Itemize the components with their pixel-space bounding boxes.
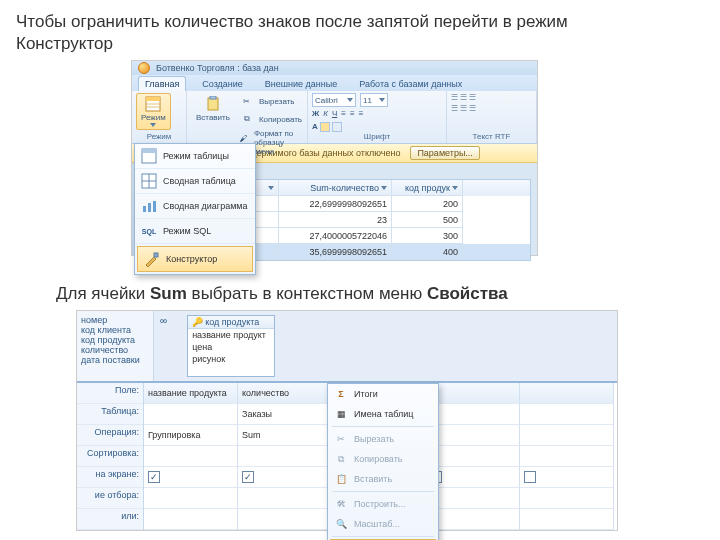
warning-options-button[interactable]: Параметры... [410, 146, 479, 160]
fill-color-button[interactable] [320, 122, 330, 132]
field-item[interactable]: название продукт [188, 329, 274, 341]
checkbox-icon[interactable] [242, 471, 254, 483]
font-size-combo[interactable]: 11 [360, 93, 388, 107]
field-item[interactable]: номер [81, 315, 149, 325]
tab-create[interactable]: Создание [196, 77, 249, 91]
ctx-build[interactable]: 🛠Построить... [328, 494, 438, 514]
chevron-down-icon [150, 123, 156, 127]
underline-button[interactable]: Ч [332, 109, 337, 118]
total-cell[interactable] [520, 425, 614, 446]
cell[interactable]: 300 [392, 228, 463, 244]
criteria-cell[interactable] [426, 488, 520, 509]
design-column[interactable]: количество Заказы Sum [238, 383, 332, 530]
ctx-zoom[interactable]: 🔍Масштаб... [328, 514, 438, 534]
column-header[interactable]: Sum-количество [279, 180, 392, 196]
ctx-copy[interactable]: ⧉Копировать [328, 449, 438, 469]
screenshot-ribbon: Ботвенко Торговля : база дан Главная Соз… [131, 60, 538, 256]
show-cell[interactable] [144, 467, 238, 488]
field-cell[interactable]: количество [238, 383, 332, 404]
total-cell[interactable]: Sum [238, 425, 332, 446]
total-cell[interactable] [426, 425, 520, 446]
design-column[interactable] [520, 383, 614, 530]
table-cell[interactable] [144, 404, 238, 425]
ribbon-group-font-caption: Шрифт [312, 132, 442, 141]
show-cell[interactable] [238, 467, 332, 488]
cut-button[interactable]: ✂ Вырезать [239, 93, 303, 109]
show-cell[interactable] [426, 467, 520, 488]
field-cell[interactable] [520, 383, 614, 404]
ctx-tablenames[interactable]: ▦Имена таблиц [328, 404, 438, 424]
sort-cell[interactable] [144, 446, 238, 467]
field-item[interactable]: рисунок [188, 353, 274, 365]
table-box[interactable]: 🔑код продукта название продукт цена рису… [187, 315, 275, 377]
row-label: ие отбора: [77, 488, 143, 509]
font-color-button[interactable]: A [312, 122, 318, 132]
tab-external[interactable]: Внешние данные [259, 77, 343, 91]
caption-line1: Чтобы ограничить количество знаков после… [16, 12, 704, 32]
criteria-cell[interactable] [144, 488, 238, 509]
cell[interactable]: 22,6999998092651 [279, 196, 392, 212]
field-item[interactable]: дата поставки [81, 355, 149, 365]
sort-cell[interactable] [238, 446, 332, 467]
cell[interactable]: 400 [392, 244, 463, 260]
show-cell[interactable] [520, 467, 614, 488]
sort-cell[interactable] [520, 446, 614, 467]
paste-button[interactable]: Вставить [191, 93, 235, 125]
italic-button[interactable]: К [323, 109, 328, 118]
align-left-button[interactable]: ≡ [341, 109, 346, 118]
column-header[interactable]: код продук [392, 180, 463, 196]
criteria-cell[interactable] [238, 488, 332, 509]
cell[interactable]: 27,4000005722046 [279, 228, 392, 244]
or-cell[interactable] [144, 509, 238, 530]
checkbox-icon[interactable] [148, 471, 160, 483]
view-menu-pivotchart[interactable]: Сводная диаграмма [135, 194, 255, 219]
chevron-down-icon [347, 98, 353, 102]
field-item[interactable]: код клиента [81, 325, 149, 335]
criteria-cell[interactable] [520, 488, 614, 509]
design-column[interactable] [426, 383, 520, 530]
ctx-paste[interactable]: 📋Вставить [328, 469, 438, 489]
view-button[interactable]: Режим [136, 93, 171, 130]
office-orb-icon[interactable] [138, 62, 150, 74]
indent-buttons[interactable]: ☰ ☰ ☰ [451, 104, 476, 113]
view-menu-design[interactable]: Конструктор [137, 246, 253, 272]
font-name-combo[interactable]: Calibri [312, 93, 356, 107]
tab-dbtools[interactable]: Работа с базами данных [353, 77, 468, 91]
cell[interactable]: 200 [392, 196, 463, 212]
cell[interactable]: 35,6999998092651 [279, 244, 392, 260]
or-cell[interactable] [238, 509, 332, 530]
checkbox-icon[interactable] [524, 471, 536, 483]
field-item[interactable]: код продукта [81, 335, 149, 345]
cell[interactable]: 500 [392, 212, 463, 228]
total-cell[interactable]: Группировка [144, 425, 238, 446]
ctx-cut[interactable]: ✂Вырезать [328, 429, 438, 449]
table-cell[interactable]: Заказы [238, 404, 332, 425]
field-item[interactable]: количество [81, 345, 149, 355]
copy-button[interactable]: ⧉ Копировать [239, 111, 303, 127]
field-item[interactable]: цена [188, 341, 274, 353]
bold-button[interactable]: Ж [312, 109, 319, 118]
view-menu-sql[interactable]: SQL Режим SQL [135, 219, 255, 244]
view-menu-datasheet[interactable]: Режим таблицы [135, 144, 255, 169]
view-menu-pivottable[interactable]: Сводная таблица [135, 169, 255, 194]
cell[interactable]: 23 [279, 212, 392, 228]
field-cell[interactable]: название продукта [144, 383, 238, 404]
view-menu-label: Сводная диаграмма [163, 201, 248, 211]
or-cell[interactable] [520, 509, 614, 530]
gridlines-button[interactable] [332, 122, 342, 132]
align-center-button[interactable]: ≡ [350, 109, 355, 118]
sort-cell[interactable] [426, 446, 520, 467]
table-cell[interactable] [520, 404, 614, 425]
table-cell[interactable] [426, 404, 520, 425]
align-right-button[interactable]: ≡ [359, 109, 364, 118]
field-cell[interactable] [426, 383, 520, 404]
screenshot-design: номер код клиента код продукта количеств… [76, 310, 618, 531]
copy-label: Копировать [259, 115, 302, 124]
design-column[interactable]: название продукта Группировка [144, 383, 238, 530]
ribbon-group-rtf: ☰ ☰ ☰ ☰ ☰ ☰ Текст RTF [447, 91, 537, 143]
or-cell[interactable] [426, 509, 520, 530]
ctx-totals[interactable]: ΣИтоги [328, 384, 438, 404]
tab-home[interactable]: Главная [138, 76, 186, 91]
list-buttons[interactable]: ☰ ☰ ☰ [451, 93, 476, 102]
ribbon-tabs: Главная Создание Внешние данные Работа с… [132, 75, 537, 91]
